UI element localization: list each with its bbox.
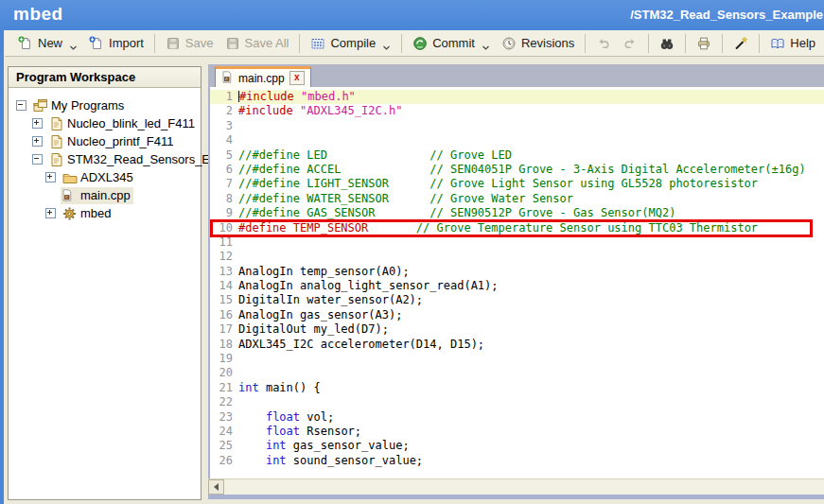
svg-text:c: c xyxy=(225,76,228,81)
code-line-14: 14AnalogIn analog_light_sensor_read(A1); xyxy=(210,279,824,293)
line-number: 21 xyxy=(210,381,238,395)
import-label: Import xyxy=(109,36,144,50)
line-number: 5 xyxy=(210,148,238,163)
code-line-13: 13AnalogIn temp_sensor(A0); xyxy=(210,265,824,279)
code-line-25: 25 int gas_sensor_value; xyxy=(210,439,824,453)
expand-plus-icon[interactable] xyxy=(32,136,43,147)
import-button[interactable]: Import xyxy=(83,34,149,53)
code-line-6: 6//#define ACCEL // SEN04051P Grove - 3-… xyxy=(210,163,824,177)
cpp-file-icon: c xyxy=(61,188,78,203)
horizontal-scrollbar[interactable] xyxy=(208,478,824,495)
compile-button[interactable]: Compile xyxy=(305,34,396,53)
code-line-9: 9//#define GAS_SENSOR // SEN90512P Grove… xyxy=(210,206,824,220)
toolbar-separator xyxy=(154,34,155,53)
print-icon xyxy=(696,36,711,51)
line-number: 20 xyxy=(210,366,238,380)
line-content: //#define LIGHT_SENSOR // Grove Light Se… xyxy=(238,177,758,191)
tree-item-stm32-read-sensors-example[interactable]: STM32_Read_Sensors_Exam xyxy=(9,150,201,168)
line-content: //#define WATER_SENSOR // Grove Water Se… xyxy=(238,192,573,206)
code-editor[interactable]: 1#include "mbed.h"2#include "ADXL345_I2C… xyxy=(208,87,824,478)
line-number: 8 xyxy=(210,192,238,206)
program-tree: My ProgramsNucleo_blink_led_F411Nucleo_p… xyxy=(9,88,201,222)
expand-plus-icon[interactable] xyxy=(45,208,56,218)
code-line-21: 21int main() { xyxy=(210,381,824,395)
code-line-24: 24 float Rsensor; xyxy=(210,425,824,439)
new-button[interactable]: New xyxy=(12,34,83,53)
help-book-icon xyxy=(770,36,785,51)
line-content: DigitalIn water_sensor(A2); xyxy=(238,293,423,307)
expand-plus-icon[interactable] xyxy=(45,172,56,182)
save-button: Save xyxy=(160,34,219,53)
code-line-5: 5//#define LED // Grove LED xyxy=(210,148,824,163)
wand-icon xyxy=(733,36,748,51)
toolbar-separator xyxy=(299,34,300,53)
revisions-button[interactable]: Revisions xyxy=(496,34,580,53)
wand-button[interactable] xyxy=(728,34,754,53)
revisions-clock-icon xyxy=(501,36,517,51)
tree-item-mbed-lib[interactable]: mbed xyxy=(9,204,201,222)
code-line-4: 4 xyxy=(210,133,824,148)
tree-item-nucleo-blink-led-f411[interactable]: Nucleo_blink_led_F411 xyxy=(9,114,201,132)
collapse-minus-icon[interactable] xyxy=(32,154,43,165)
code-line-19: 19 xyxy=(210,352,824,366)
scroll-left-button[interactable] xyxy=(208,479,224,495)
left-arrow-icon xyxy=(214,483,219,491)
line-number: 19 xyxy=(210,352,238,366)
expand-plus-icon[interactable] xyxy=(32,118,43,129)
tree-node[interactable]: Nucleo_blink_led_F411 xyxy=(47,115,198,132)
save-label: Save xyxy=(185,36,214,50)
line-content: //#define ACCEL // SEN04051P Grove - 3-A… xyxy=(238,163,806,177)
line-content: #define TEMP_SENSOR // Grove Temperature… xyxy=(238,221,758,235)
line-content: AnalogIn temp_sensor(A0); xyxy=(238,265,410,279)
svg-text:c: c xyxy=(65,194,68,200)
toolbar-separator xyxy=(401,34,402,53)
tree-node[interactable]: Nucleo_printf_F411 xyxy=(47,133,177,150)
code-line-23: 23 float vol; xyxy=(210,410,824,425)
tree-item-my-programs[interactable]: My Programs xyxy=(9,96,201,114)
line-number: 1 xyxy=(210,90,238,104)
line-content: int main() { xyxy=(238,381,321,395)
chevron-down-icon[interactable] xyxy=(482,40,490,46)
line-content: #include "ADXL345_I2C.h" xyxy=(238,104,402,118)
window-left-edge xyxy=(0,30,4,504)
chevron-down-icon[interactable] xyxy=(69,40,78,46)
workspace-panel: Program Workspace My ProgramsNucleo_blin… xyxy=(8,66,202,500)
new-label: New xyxy=(38,36,62,50)
folder-icon xyxy=(61,170,78,185)
line-content: float Rsensor; xyxy=(238,425,361,439)
help-button[interactable]: Help xyxy=(764,34,821,53)
line-content: //#define LED // Grove LED xyxy=(238,148,512,163)
close-icon[interactable]: x xyxy=(289,71,305,85)
header-bar: mbed /STM32_Read_Sensors_Example xyxy=(0,0,824,30)
line-content: ADXL345_I2C accelerometer(D14, D15); xyxy=(238,338,484,352)
commit-button[interactable]: Commit xyxy=(407,34,496,53)
line-number: 14 xyxy=(210,279,238,293)
find-binoculars-icon xyxy=(659,36,675,51)
line-number: 25 xyxy=(210,439,238,453)
tree-node[interactable]: ADXL345 xyxy=(61,169,136,186)
tree-node[interactable]: cmain.cpp xyxy=(61,187,133,204)
toolbar-separator xyxy=(722,34,723,53)
find-button[interactable] xyxy=(654,34,680,53)
help-label: Help xyxy=(790,36,815,50)
print-button[interactable] xyxy=(691,34,717,53)
line-content: float vol; xyxy=(238,410,334,425)
tree-node[interactable]: mbed xyxy=(61,205,114,222)
tree-node[interactable]: My Programs xyxy=(31,97,127,114)
line-number: 3 xyxy=(210,119,238,133)
tab-main-cpp[interactable]: c main.cpp x xyxy=(215,66,311,87)
chevron-down-icon[interactable] xyxy=(382,40,391,46)
code-line-20: 20 xyxy=(210,366,824,380)
panel-title: Program Workspace xyxy=(9,67,201,88)
code-line-7: 7//#define LIGHT_SENSOR // Grove Light S… xyxy=(210,177,824,191)
line-number: 13 xyxy=(210,265,238,279)
line-number: 9 xyxy=(210,206,238,220)
collapse-minus-icon[interactable] xyxy=(16,100,26,111)
code-line-12: 12 xyxy=(210,250,824,264)
line-number: 7 xyxy=(210,177,238,191)
tree-item-nucleo-printf-f411[interactable]: Nucleo_printf_F411 xyxy=(9,132,201,150)
line-number: 18 xyxy=(210,338,238,352)
tree-item-adxl345[interactable]: ADXL345 xyxy=(9,168,201,186)
tree-item-main-cpp[interactable]: cmain.cpp xyxy=(9,186,201,204)
undo-button xyxy=(590,34,617,53)
